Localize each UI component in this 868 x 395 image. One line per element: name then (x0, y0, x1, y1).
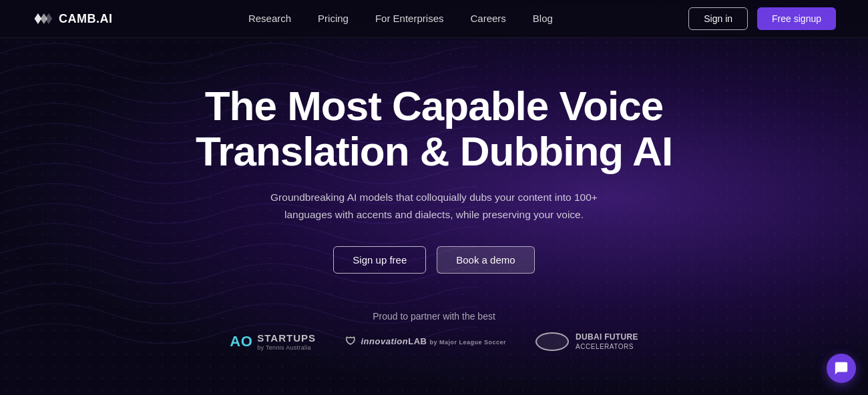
nav-careers[interactable]: Careers (470, 13, 505, 24)
hero-subtitle: Groundbreaking AI models that colloquial… (247, 189, 621, 223)
innovation-sub: by Major League Soccer (430, 339, 507, 346)
nav-enterprises[interactable]: For Enterprises (375, 13, 444, 24)
nav-links: Research Pricing For Enterprises Careers… (248, 13, 553, 25)
hero-title-line2: Translation & Dubbing AI (196, 128, 672, 174)
nav-actions: Sign in Free signup (688, 7, 836, 30)
signup-button[interactable]: Free signup (757, 7, 836, 30)
partner-innovation-lab: 🛡 innovationLAB by Major League Soccer (345, 336, 506, 348)
navbar: CAMB.AI Research Pricing For Enterprises… (0, 0, 868, 38)
hero-title: The Most Capable Voice Translation & Dub… (196, 83, 672, 174)
partners-section: Proud to partner with the best AO STARTU… (0, 311, 868, 352)
logo-icon (32, 11, 53, 27)
hero-title-line1: The Most Capable Voice (205, 83, 664, 129)
ao-startups-text: STARTUPS (257, 332, 316, 344)
partners-label: Proud to partner with the best (373, 311, 495, 322)
ao-letters: AO (230, 333, 252, 350)
chat-icon (834, 361, 849, 376)
hero-demo-button[interactable]: Book a demo (437, 246, 534, 274)
hero-signup-button[interactable]: Sign up free (333, 246, 426, 274)
nav-pricing[interactable]: Pricing (318, 13, 349, 24)
partner-dubai-future: DUBAI FUTURE ACCELERATORS (535, 332, 638, 352)
logo-text: CAMB.AI (59, 12, 113, 26)
nav-research[interactable]: Research (248, 13, 291, 24)
chat-button[interactable] (827, 354, 856, 383)
dubai-oval-icon (535, 332, 569, 351)
ao-sub: by Tennis Australia (257, 344, 316, 352)
nav-blog[interactable]: Blog (533, 13, 553, 24)
partner-ao-startups: AO STARTUPS by Tennis Australia (230, 332, 316, 352)
partners-logos: AO STARTUPS by Tennis Australia 🛡 innova… (230, 332, 638, 352)
hero-cta-group: Sign up free Book a demo (333, 246, 534, 274)
hero-section: The Most Capable Voice Translation & Dub… (0, 38, 868, 308)
innovation-shield-icon: 🛡 (345, 336, 357, 348)
dubai-sub: ACCELERATORS (576, 342, 638, 351)
innovation-main: innovationLAB (361, 336, 427, 346)
signin-button[interactable]: Sign in (688, 7, 748, 30)
logo[interactable]: CAMB.AI (32, 11, 113, 27)
dubai-main: DUBAI FUTURE (576, 332, 638, 343)
